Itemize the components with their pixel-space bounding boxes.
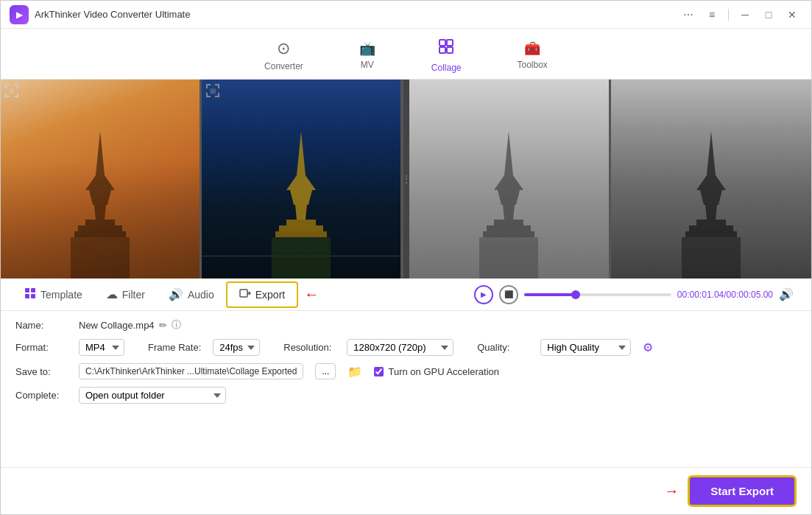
svg-rect-1 (447, 40, 453, 46)
svg-rect-3 (447, 47, 453, 53)
preview-cell-1: ⊞ (1, 80, 202, 278)
svg-rect-18 (479, 237, 538, 278)
tower-svg-1 (71, 131, 130, 278)
svg-rect-24 (25, 288, 29, 292)
resolution-label: Resolution: (283, 342, 335, 353)
volume-icon[interactable]: 🔊 (779, 287, 794, 301)
export-icon (239, 287, 251, 302)
complete-label: Complete: (15, 390, 67, 401)
format-select[interactable]: MP4 MOV (79, 339, 124, 356)
minimize-button[interactable]: ─ (735, 6, 755, 24)
divider-vertical[interactable]: ⋮ (403, 80, 409, 278)
filename-value: New Collage.mp4 ✏ ⓘ (79, 318, 181, 332)
mv-icon: 📺 (359, 41, 375, 57)
stop-button[interactable]: ⬛ (499, 285, 518, 304)
svg-rect-28 (240, 290, 247, 297)
start-export-arrow-icon: → (664, 483, 679, 500)
info-icon[interactable]: ⓘ (172, 318, 181, 332)
tab-export-label: Export (255, 289, 285, 301)
bottom-bar: → Start Export (1, 467, 811, 514)
progress-thumb (571, 290, 580, 299)
complete-select[interactable]: Open output folder Do nothing (79, 387, 226, 404)
svg-rect-5 (85, 220, 115, 225)
time-current: 00:00:01.04 (677, 290, 724, 300)
maximize-icon: □ (766, 9, 772, 21)
edit-icon[interactable]: ✏ (159, 320, 167, 331)
export-settings: Name: New Collage.mp4 ✏ ⓘ Format: MP4 MO… (1, 311, 811, 467)
nav-label-collage: Collage (431, 63, 462, 73)
nav-label-toolbox: Toolbox (518, 60, 548, 70)
svg-rect-2 (439, 47, 445, 53)
quality-select[interactable]: High Quality Medium Quality (540, 339, 631, 356)
svg-rect-15 (494, 220, 523, 225)
svg-rect-26 (25, 294, 29, 298)
toolbar: Template ☁ Filter 🔊 Audio Export ← (1, 278, 811, 311)
nav-label-mv: MV (361, 60, 374, 70)
quality-settings-icon[interactable]: ⚙ (643, 340, 653, 354)
maximize-button[interactable]: □ (758, 6, 779, 24)
svg-rect-17 (483, 231, 534, 237)
progress-fill (524, 293, 576, 296)
resolution-select[interactable]: 1280x720 (720p) 1920x1080 (1080p) (347, 339, 453, 356)
tab-template[interactable]: Template (13, 283, 94, 306)
framerate-select[interactable]: 24fps 30fps (213, 339, 260, 356)
svg-rect-22 (685, 231, 737, 237)
filter-icon: ☁ (106, 287, 118, 301)
nav-item-mv[interactable]: 📺 MV (353, 38, 381, 73)
tab-filter[interactable]: ☁ Filter (94, 283, 157, 306)
quality-label: Quality: (477, 342, 529, 353)
close-button[interactable]: ✕ (782, 6, 802, 24)
svg-marker-9 (286, 131, 316, 220)
svg-marker-4 (85, 131, 115, 220)
svg-rect-20 (696, 220, 726, 225)
time-total: 00:00:05.00 (727, 290, 773, 300)
audio-icon: 🔊 (169, 287, 183, 301)
message-icon: ⋯ (683, 9, 693, 21)
title-bar-controls: ⋯ ≡ ─ □ ✕ (678, 6, 802, 24)
red-arrow-icon: ← (304, 286, 319, 303)
menu-button[interactable]: ≡ (702, 6, 722, 24)
tab-audio-label: Audio (188, 289, 214, 301)
svg-rect-16 (487, 225, 531, 231)
play-icon: ▶ (481, 290, 487, 298)
toolbox-icon: 🧰 (524, 41, 540, 57)
start-export-button[interactable]: Start Export (688, 475, 797, 507)
time-display: 00:00:01.04/00:00:05.00 (677, 290, 773, 300)
svg-rect-12 (275, 231, 327, 237)
nav-item-toolbox[interactable]: 🧰 Toolbox (512, 38, 554, 73)
gpu-label[interactable]: Turn on GPU Acceleration (374, 366, 499, 377)
folder-icon-button[interactable]: 📁 (347, 365, 362, 379)
browse-button[interactable]: ... (315, 363, 336, 379)
name-row: Name: New Collage.mp4 ✏ ⓘ (15, 318, 797, 332)
tower-svg-4 (682, 131, 741, 278)
svg-rect-21 (689, 225, 733, 231)
tab-filter-label: Filter (122, 289, 145, 301)
nav-item-collage[interactable]: Collage (426, 35, 467, 76)
gpu-checkbox[interactable] (374, 367, 384, 376)
saveto-row: Save to: C:\ArkThinker\ArkThinker ...Ult… (15, 363, 797, 379)
tab-export[interactable]: Export (226, 281, 298, 308)
complete-row: Complete: Open output folder Do nothing (15, 387, 797, 404)
progress-bar[interactable] (524, 293, 671, 296)
folder-icon: 📁 (347, 365, 362, 378)
svg-rect-6 (78, 225, 122, 231)
filename-text: New Collage.mp4 (79, 320, 155, 331)
close-icon: ✕ (788, 9, 797, 21)
app-title: ArkThinker Video Converter Ultimate (35, 9, 190, 20)
title-bar-left: ▶ ArkThinker Video Converter Ultimate (10, 5, 190, 24)
saveto-path: C:\ArkThinker\ArkThinker ...Ultimate\Col… (79, 363, 303, 379)
svg-rect-10 (286, 220, 316, 225)
app-icon-symbol: ▶ (16, 10, 23, 20)
preview-cell-4 (611, 80, 811, 278)
playback-controls: ▶ ⬛ 00:00:01.04/00:00:05.00 🔊 (474, 285, 799, 304)
format-label: Format: (15, 342, 67, 353)
app-icon: ▶ (10, 5, 29, 24)
tab-audio[interactable]: 🔊 Audio (157, 283, 226, 306)
message-button[interactable]: ⋯ (678, 6, 699, 24)
svg-rect-8 (71, 237, 130, 278)
converter-icon: ⊙ (277, 39, 290, 58)
app-window: ▶ ArkThinker Video Converter Ultimate ⋯ … (0, 0, 812, 515)
play-button[interactable]: ▶ (474, 285, 493, 304)
svg-rect-0 (439, 40, 445, 46)
nav-item-converter[interactable]: ⊙ Converter (258, 36, 309, 74)
